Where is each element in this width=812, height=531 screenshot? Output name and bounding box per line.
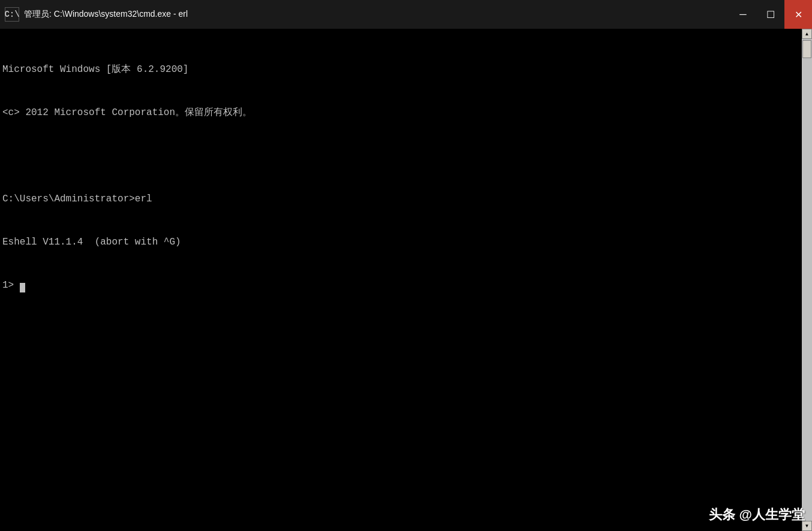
console-line-6: 1> bbox=[2, 278, 799, 292]
minimize-icon: ─ bbox=[739, 9, 746, 20]
cmd-icon-text: C:\ bbox=[4, 10, 19, 19]
maximize-icon: ☐ bbox=[766, 9, 775, 20]
scrollbar: ▲ ▼ bbox=[802, 29, 812, 531]
scroll-up-button[interactable]: ▲ bbox=[802, 29, 812, 39]
cursor bbox=[20, 283, 25, 292]
close-icon: ✕ bbox=[795, 9, 802, 20]
console-line-1: Microsoft Windows [版本 6.2.9200] bbox=[2, 62, 799, 77]
maximize-button[interactable]: ☐ bbox=[757, 0, 784, 29]
console-line-3 bbox=[2, 149, 799, 163]
console-line-5: Eshell V11.1.4 (abort with ^G) bbox=[2, 235, 799, 249]
title-text: 管理员: C:\Windows\system32\cmd.exe - erl bbox=[24, 9, 188, 20]
close-button[interactable]: ✕ bbox=[784, 0, 812, 29]
cmd-window: C:\ 管理员: C:\Windows\system32\cmd.exe - e… bbox=[0, 0, 812, 531]
prompt-text: 1> bbox=[2, 280, 20, 291]
cmd-icon: C:\ bbox=[5, 7, 19, 22]
console-area: Microsoft Windows [版本 6.2.9200] <c> 2012… bbox=[0, 29, 812, 531]
title-bar-buttons: ─ ☐ ✕ bbox=[729, 0, 812, 29]
console-line-4: C:\Users\Administrator>erl bbox=[2, 192, 799, 206]
minimize-button[interactable]: ─ bbox=[729, 0, 757, 29]
console-content[interactable]: Microsoft Windows [版本 6.2.9200] <c> 2012… bbox=[0, 29, 802, 531]
scroll-track[interactable] bbox=[802, 39, 812, 521]
console-line-2: <c> 2012 Microsoft Corporation。保留所有权利。 bbox=[2, 105, 799, 120]
scroll-down-button[interactable]: ▼ bbox=[802, 521, 812, 531]
scroll-thumb[interactable] bbox=[802, 40, 811, 58]
title-bar-left: C:\ 管理员: C:\Windows\system32\cmd.exe - e… bbox=[5, 7, 188, 22]
title-bar: C:\ 管理员: C:\Windows\system32\cmd.exe - e… bbox=[0, 0, 812, 29]
